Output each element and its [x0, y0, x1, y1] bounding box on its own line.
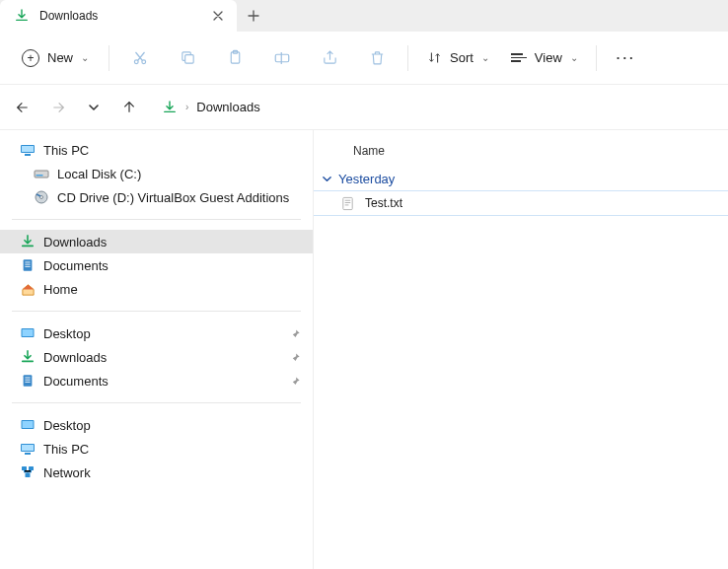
disk-icon [34, 166, 49, 181]
svg-rect-10 [36, 175, 43, 177]
sidebar-item-label: CD Drive (D:) VirtualBox Guest Additions [57, 190, 289, 205]
file-row[interactable]: Test.txt [314, 190, 728, 216]
home-icon [20, 281, 36, 297]
file-name: Test.txt [365, 196, 402, 210]
up-button[interactable] [118, 100, 140, 115]
sort-label: Sort [450, 50, 473, 65]
download-icon [20, 349, 36, 365]
sidebar-item-this-pc-2[interactable]: This PC [0, 437, 313, 461]
sidebar-item-label: Downloads [43, 350, 107, 365]
rename-button[interactable] [261, 38, 303, 78]
breadcrumb-current[interactable]: Downloads [196, 100, 259, 114]
document-icon [20, 373, 36, 389]
svg-rect-8 [25, 154, 31, 156]
sidebar-item-this-pc[interactable]: This PC [0, 138, 313, 162]
new-button-label: New [47, 50, 73, 65]
svg-rect-13 [24, 259, 33, 270]
desktop-icon [20, 417, 36, 433]
sidebar-item-label: Documents [43, 374, 109, 389]
group-header-yesterday[interactable]: Yesterday [314, 168, 728, 190]
svg-rect-29 [29, 466, 34, 470]
paste-button[interactable] [214, 38, 255, 78]
sidebar-item-label: Desktop [43, 326, 91, 341]
delete-button[interactable] [356, 38, 398, 78]
disc-icon [34, 189, 49, 205]
sidebar-item-local-disk[interactable]: Local Disk (C:) [0, 162, 313, 185]
chevron-down-icon: ⌄ [570, 52, 578, 63]
sidebar-item-home[interactable]: Home [0, 277, 313, 301]
network-icon [20, 464, 36, 480]
svg-rect-19 [24, 375, 33, 386]
sidebar-item-documents[interactable]: Documents [0, 253, 313, 277]
sidebar-item-label: Home [43, 282, 78, 297]
svg-rect-21 [25, 380, 30, 381]
svg-rect-34 [344, 204, 348, 205]
sidebar-item-downloads-pinned[interactable]: Downloads [0, 345, 313, 369]
chevron-right-icon: › [185, 102, 188, 112]
sidebar-item-desktop-pinned[interactable]: Desktop [0, 321, 313, 345]
desktop-icon [20, 325, 36, 341]
sidebar-item-label: Network [43, 465, 91, 480]
svg-rect-30 [26, 473, 31, 477]
sidebar-item-label: Documents [43, 258, 109, 273]
svg-rect-31 [342, 197, 351, 209]
address-bar[interactable]: › Downloads [154, 100, 716, 115]
view-icon [511, 51, 527, 64]
new-button[interactable]: + New ⌄ [12, 43, 99, 73]
view-button[interactable]: View ⌄ [503, 50, 586, 65]
plus-circle-icon: + [22, 49, 39, 67]
chevron-down-icon: ⌄ [481, 52, 489, 63]
svg-rect-14 [25, 262, 30, 263]
tab-downloads[interactable]: Downloads [0, 0, 237, 32]
separator [407, 45, 408, 71]
cut-button[interactable] [119, 38, 161, 78]
sidebar-item-downloads[interactable]: Downloads [0, 230, 313, 253]
sidebar: This PC Local Disk (C:) CD Drive (D:) Vi… [0, 130, 314, 569]
sidebar-item-documents-pinned[interactable]: Documents [0, 369, 313, 392]
document-icon [20, 257, 36, 273]
pc-icon [20, 441, 36, 457]
svg-rect-28 [22, 466, 27, 470]
new-tab-button[interactable] [237, 0, 270, 32]
pin-icon [290, 328, 301, 339]
column-header-name[interactable]: Name [314, 144, 728, 168]
svg-rect-33 [344, 202, 350, 203]
forward-button[interactable] [47, 100, 69, 115]
chevron-down-icon: ⌄ [81, 52, 89, 63]
tab-title: Downloads [39, 9, 98, 23]
sidebar-item-cd-drive[interactable]: CD Drive (D:) VirtualBox Guest Additions [0, 185, 313, 209]
divider [12, 311, 301, 312]
svg-rect-18 [23, 329, 34, 336]
pin-icon [290, 352, 301, 363]
chevron-down-icon [322, 174, 332, 184]
copy-button[interactable] [167, 38, 208, 78]
more-button[interactable]: ··· [607, 50, 646, 65]
sidebar-item-network[interactable]: Network [0, 461, 313, 484]
svg-rect-2 [184, 55, 193, 63]
file-list-pane: Name Yesterday Test.txt [314, 130, 728, 569]
svg-rect-26 [22, 445, 34, 451]
back-button[interactable] [12, 100, 34, 115]
svg-rect-9 [35, 171, 48, 178]
close-tab-button[interactable] [209, 7, 227, 25]
svg-rect-15 [25, 264, 30, 265]
svg-rect-22 [25, 382, 30, 383]
share-button[interactable] [309, 38, 350, 78]
svg-rect-16 [25, 266, 30, 267]
pc-icon [20, 142, 36, 158]
group-label: Yesterday [338, 172, 395, 186]
recent-locations-button[interactable] [83, 102, 105, 113]
sidebar-item-desktop[interactable]: Desktop [0, 413, 313, 437]
sidebar-item-label: Desktop [43, 418, 91, 433]
svg-point-1 [142, 59, 146, 63]
download-icon [20, 234, 36, 249]
svg-rect-24 [23, 421, 34, 428]
download-icon [14, 8, 30, 24]
divider [12, 402, 301, 403]
divider [12, 219, 301, 220]
nav-row: › Downloads [0, 85, 728, 130]
sidebar-item-label: This PC [43, 143, 89, 158]
sidebar-item-label: Downloads [43, 235, 107, 249]
sort-icon [426, 50, 442, 66]
sort-button[interactable]: Sort ⌄ [418, 50, 497, 66]
